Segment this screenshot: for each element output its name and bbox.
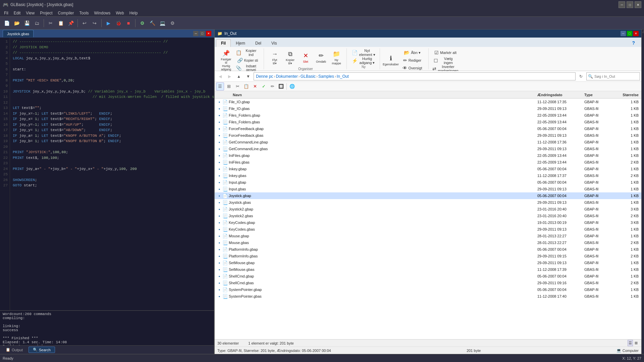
nav-recent[interactable]: ▼ <box>244 72 252 80</box>
nav-up[interactable]: ▲ <box>235 72 243 80</box>
menu-view[interactable]: View <box>23 10 37 16</box>
minimize-button[interactable]: ─ <box>619 1 625 8</box>
toolbar-cut[interactable]: ✂ <box>46 18 55 28</box>
table-row[interactable]: ● 📄 File_IO.gbap 11-12-2008 17:35 GBAP-f… <box>215 99 641 105</box>
ide-close[interactable]: ✕ <box>206 31 211 36</box>
table-row[interactable]: ● 📄 SetMouse.gbap 29-09-2011 09:13 GBAP-… <box>215 259 641 266</box>
toolbar-platform[interactable]: 💻 <box>158 18 167 28</box>
toolbar-compile[interactable]: ⚙ <box>138 18 147 28</box>
ribbon-btn-paste-shortcut[interactable]: 📎 Indsæt genvej <box>234 64 261 72</box>
toolbar-open[interactable]: 📂 <box>12 18 21 28</box>
menu-edit[interactable]: Edit <box>11 10 23 16</box>
path-pc[interactable]: Denne pc <box>256 74 273 79</box>
menu-tools[interactable]: Tools <box>77 10 92 16</box>
table-row[interactable]: ● 📃 SetMouse.gbas 11-12-2008 17:39 GBAS-… <box>215 266 641 273</box>
table-row[interactable]: ● 📃 SystemPointer.gbas 11-12-2008 17:40 … <box>215 293 641 300</box>
rtab-help[interactable]: ? <box>627 39 640 47</box>
ribbon-btn-select-all[interactable]: ☑ Markér alt <box>432 49 459 56</box>
rtab-vis[interactable]: Vis <box>266 39 282 47</box>
menu-web[interactable]: Web <box>113 10 126 16</box>
table-row[interactable]: ● 📄 Joystick2.gbap 23-01-2016 20:40 GBAP… <box>215 206 641 213</box>
table-row[interactable]: ● 📄 GetCommandLine.gbap 11-12-2008 17:36… <box>215 139 641 145</box>
exp-maximize[interactable]: □ <box>627 31 632 36</box>
toolbar-debug[interactable]: 🐞 <box>114 18 123 28</box>
path-documents[interactable]: Dokumenter <box>276 74 298 79</box>
ribbon-btn-open[interactable]: 📂 Åbn ▾ <box>399 49 426 56</box>
toolbar-run[interactable]: ▶ <box>104 18 113 28</box>
view-btn-globe[interactable]: 🌐 <box>288 82 296 90</box>
ribbon-btn-copy-to[interactable]: ⧉ Kopiertil▾ <box>283 49 298 66</box>
ribbon-btn-edit[interactable]: ✏ Rediger <box>399 57 426 64</box>
table-row[interactable]: ● 📄 ShellCmd.gbap 05-06-2007 00:04 GBAP-… <box>215 273 641 280</box>
table-row[interactable]: ● 📃 GetCommandLine.gbas 29-09-2011 09:13… <box>215 145 641 152</box>
view-tiles-icon[interactable]: ⊞ <box>634 340 639 346</box>
col-header-date[interactable]: Ændringsdato <box>536 93 583 97</box>
toolbar-save[interactable]: 💾 <box>22 18 32 28</box>
toolbar-new[interactable]: 📄 <box>2 18 11 28</box>
tab-output[interactable]: 📋 Output <box>1 347 27 353</box>
maximize-button[interactable]: □ <box>627 1 633 8</box>
table-row[interactable]: ● 📄 ForceFeedback.gbap 05-06-2007 00:04 … <box>215 125 641 132</box>
nav-forward[interactable]: ▶ <box>225 72 233 80</box>
ide-minimize[interactable]: ─ <box>193 31 199 36</box>
ribbon-btn-move[interactable]: → Flyttil▾ <box>267 49 282 66</box>
table-row[interactable]: ● 📃 ForceFeedback.gbas 29-09-2011 09:13 … <box>215 132 641 139</box>
view-btn-1[interactable]: ☰ <box>216 82 224 90</box>
ribbon-btn-delete[interactable]: ✕ Slet <box>298 49 313 66</box>
nav-back[interactable]: ◀ <box>216 72 224 80</box>
toolbar-build[interactable]: 🔨 <box>148 18 157 28</box>
toolbar-redo[interactable]: ↪ <box>90 18 99 28</box>
table-row[interactable]: ● 📄 PlatformInfo.gbap 05-06-2007 00:04 G… <box>215 246 641 253</box>
table-row[interactable]: ● 📃 Inkey.gbas 11-12-2008 17:37 GBAS-fil… <box>215 172 641 179</box>
ribbon-btn-properties[interactable]: ℹ Egenskaber <box>383 52 398 69</box>
table-row[interactable]: ● 📃 Input.gbas 29-09-2011 09:13 GBAS-fil… <box>215 186 641 192</box>
rtab-fil[interactable]: Fil <box>216 39 231 47</box>
search-input[interactable] <box>594 74 638 78</box>
table-row[interactable]: ● 📃 Mouse.gbas 28-01-2013 22:27 GBAS-fil… <box>215 239 641 246</box>
table-row[interactable]: ● 📃 KeyCodes.gbas 29-09-2011 09:13 GBAS-… <box>215 226 641 233</box>
view-btn-4[interactable]: 📋 <box>242 82 250 90</box>
ribbon-btn-rename[interactable]: ✏ Omdøb <box>314 49 328 66</box>
toolbar-save-all[interactable]: 🗂 <box>32 18 42 28</box>
col-header-name[interactable]: Navn <box>231 93 536 97</box>
ide-tab-joystick[interactable]: Joystick.gbas <box>3 30 34 37</box>
exp-close[interactable]: ✕ <box>633 31 639 36</box>
table-row[interactable]: ● 📄 IniFiles.gbap 22-05-2009 13:44 GBAP-… <box>215 152 641 159</box>
rtab-del[interactable]: Del <box>250 39 266 47</box>
view-btn-2[interactable]: ⊞ <box>225 82 233 90</box>
address-path[interactable]: Denne pc › Dokumenter › GLBasic › Sample… <box>254 72 576 80</box>
table-row[interactable]: ● 📃 Joystick2.gbas 23-01-2016 20:40 GBAS… <box>215 213 641 219</box>
table-row[interactable]: ● 📄 Input.gbap 05-06-2007 00:04 GBAP-fil… <box>215 179 641 186</box>
table-row[interactable]: ● 📄 Files_Folders.gbap 22-05-2009 13:44 … <box>215 112 641 119</box>
view-btn-3[interactable]: ✂ <box>233 82 241 90</box>
table-row[interactable]: ● 📃 File_IO.gbas 29-09-2011 09:13 GBAS-f… <box>215 105 641 112</box>
table-row[interactable]: ● 📃 Joystick.gbas 29-09-2011 09:13 GBAS-… <box>215 199 641 206</box>
code-editor[interactable]: // -------------------------------------… <box>10 38 214 310</box>
ide-maximize[interactable]: □ <box>200 31 205 36</box>
ribbon-btn-copy[interactable]: 📋 Kopier ind <box>234 49 261 56</box>
col-header-size[interactable]: Størrelse <box>613 93 640 97</box>
path-inout[interactable]: In_Out <box>337 74 349 79</box>
table-row[interactable]: ● 📃 Files_Folders.gbas 22-05-2009 13:44 … <box>215 119 641 125</box>
view-btn-5[interactable]: ✕ <box>251 82 259 90</box>
menu-fil[interactable]: Fil <box>1 10 11 16</box>
file-list-container[interactable]: Navn Ændringsdato Type Størrelse ● 📄 Fil… <box>215 91 641 339</box>
ribbon-btn-select-none[interactable]: ☐ Vælg ingen <box>432 57 459 64</box>
table-row[interactable]: ● 📃 IniFiles.gbas 22-05-2009 13:44 GBAS-… <box>215 159 641 166</box>
exp-minimize[interactable]: ─ <box>621 31 626 36</box>
view-btn-6[interactable]: ✓ <box>260 82 268 90</box>
ribbon-btn-overview[interactable]: 👁 Oversigt <box>399 64 426 72</box>
nav-refresh[interactable]: ↻ <box>577 72 585 80</box>
toolbar-stop[interactable]: ■ <box>124 18 133 28</box>
col-header-type[interactable]: Type <box>583 93 613 97</box>
ribbon-btn-new-folder[interactable]: 📁 Nymappe <box>329 49 344 66</box>
path-samples[interactable]: Samples <box>318 74 334 79</box>
table-row[interactable]: ● 📄 KeyCodes.gbap 19-01-2013 00:19 GBAP-… <box>215 219 641 226</box>
toolbar-copy[interactable]: 📋 <box>56 18 65 28</box>
view-btn-8[interactable]: 🔲 <box>277 82 285 90</box>
table-row[interactable]: ● 📄 SystemPointer.gbap 05-06-2007 00:04 … <box>215 286 641 293</box>
table-row[interactable]: ● 📄 Mouse.gbap 28-01-2013 22:27 GBAP-fil… <box>215 233 641 239</box>
menu-project[interactable]: Project <box>37 10 55 16</box>
menu-compiler[interactable]: Compiler <box>55 10 77 16</box>
table-row[interactable]: ● 📄 Inkey.gbap 05-06-2007 00:04 GBAP-fil… <box>215 166 641 172</box>
